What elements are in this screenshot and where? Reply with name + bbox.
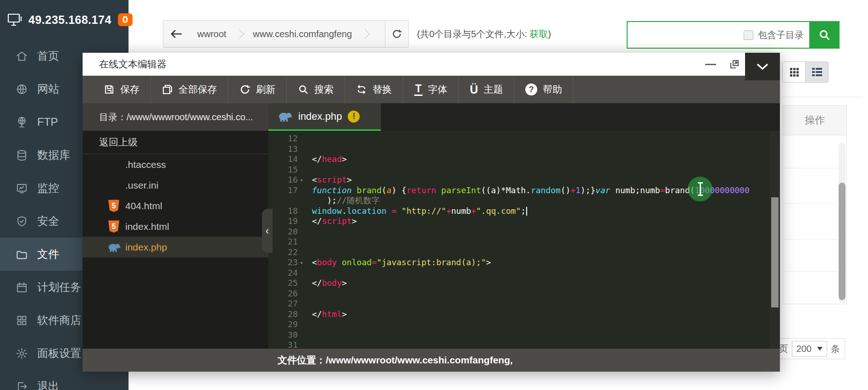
toolbar-button-label: 字体: [428, 83, 447, 96]
minimize-icon: [705, 64, 716, 65]
refresh-directory-button[interactable]: [385, 20, 409, 48]
search-icon: [818, 28, 831, 41]
code-line-24: 24: [268, 268, 780, 279]
list-view-button[interactable]: [805, 62, 828, 82]
code-editor[interactable]: 121314</head>1516▾<script>17function bra…: [268, 131, 780, 349]
php-icon: [108, 242, 121, 252]
directory-summary-text: (共0个目录与5个文件,大小:: [417, 29, 530, 39]
code-line-15: 15: [268, 165, 780, 175]
code-line-13: 13: [268, 144, 780, 155]
code-line-25: 25</body>: [268, 278, 780, 289]
tab-index-php[interactable]: index.php !: [268, 103, 381, 131]
search-button[interactable]: [809, 21, 840, 49]
grid-icon: [16, 314, 28, 327]
notification-badge[interactable]: 0: [118, 13, 133, 26]
replace-button[interactable]: 替换: [345, 76, 403, 103]
file-table: 操作: [783, 105, 847, 304]
back-button[interactable]: [163, 21, 190, 47]
code-line-30: 30: [268, 330, 780, 340]
file-name: 404.html: [125, 201, 162, 212]
panel-collapse-handle[interactable]: ‹: [262, 209, 273, 253]
per-page-select[interactable]: 200: [792, 341, 827, 357]
gear-icon: [16, 347, 28, 360]
replace-icon: [356, 84, 367, 95]
refresh-button[interactable]: 刷新: [228, 76, 287, 103]
toolbar-collapse-button[interactable]: [745, 53, 780, 80]
sidebar-item-label: 数据库: [37, 148, 70, 162]
calendar-icon: [16, 281, 28, 294]
search-input[interactable]: 包含子目录: [627, 21, 810, 49]
shield-icon: [16, 215, 28, 228]
logout-icon: [16, 380, 28, 390]
code-line-16: 16▾<script>: [268, 175, 780, 185]
globe-icon: [16, 83, 28, 95]
code-line-31: 31: [268, 340, 780, 349]
toolbar-button-label: 保存: [120, 83, 139, 96]
get-size-link[interactable]: 获取: [530, 29, 548, 39]
breadcrumb-item-site[interactable]: www.ceshi.comfangfeng: [245, 29, 359, 39]
code-line-21: 21: [268, 237, 780, 247]
maximize-icon: [729, 59, 740, 70]
code-line-22: 22: [268, 247, 780, 258]
font-icon: T: [414, 83, 423, 95]
table-scrollbar[interactable]: [839, 143, 846, 303]
maximize-button[interactable]: [729, 59, 740, 70]
parent-directory-item[interactable]: 返回上级: [83, 131, 268, 154]
code-line-23: 23▾<body onload="javascript:brand(a);">: [268, 257, 780, 268]
file-name: index.html: [125, 221, 169, 232]
include-subdir-checkbox[interactable]: [744, 30, 753, 40]
file-item-.htaccess[interactable]: .htaccess: [83, 154, 268, 175]
php-icon: [278, 111, 292, 122]
code-line-14: 14</head>: [268, 154, 780, 165]
table-row-divider: [783, 168, 846, 168]
editor-scrollbar-thumb[interactable]: [771, 197, 779, 307]
toolbar-button-label: 刷新: [256, 83, 275, 96]
file-item-index.html[interactable]: 5index.html: [83, 216, 268, 237]
breadcrumb-item-wwroot[interactable]: wwroot: [190, 29, 234, 39]
refresh-icon: [239, 84, 250, 95]
file-item-index.php[interactable]: index.php: [83, 237, 268, 257]
sidebar-item-logout[interactable]: 退出: [0, 370, 128, 390]
code-line-wrap: );//随机数字: [268, 195, 780, 206]
file-item-404.html[interactable]: 5404.html: [83, 195, 268, 216]
save-button[interactable]: 保存: [93, 76, 151, 103]
chevron-down-icon: [756, 62, 769, 71]
warning-icon: !: [348, 111, 360, 123]
html5-icon: 5: [108, 200, 119, 212]
sidebar-item-label: 网站: [37, 82, 59, 96]
grid-view-button[interactable]: [783, 62, 805, 82]
file-name: .user.ini: [125, 180, 158, 191]
text-cursor: [526, 207, 527, 216]
file-sidebar: 返回上级 .htaccess.user.ini5404.html5index.h…: [83, 131, 268, 349]
save-all-icon: [162, 84, 173, 95]
editor-scrollbar[interactable]: [770, 131, 780, 349]
sidebar-item-label: FTP: [37, 116, 58, 128]
save-all-button[interactable]: 全部保存: [151, 76, 228, 103]
toolbar-button-label: 搜索: [314, 83, 334, 96]
modal-title: 在线文本编辑器: [83, 53, 780, 76]
toolbar-button-label: 替换: [373, 83, 392, 96]
code-line-12: 12: [268, 134, 780, 144]
page-label: 页: [779, 343, 788, 355]
directory-summary: (共0个目录与5个文件,大小: 获取): [417, 20, 551, 48]
table-scrollbar-thumb[interactable]: [839, 183, 846, 300]
editor-modal: 在线文本编辑器 × 保存全部保存刷新搜索替换T字体Ü主题?帮助 目录：/www/…: [83, 53, 780, 372]
server-header[interactable]: 49.235.168.174 0: [0, 0, 128, 39]
sidebar-item-label: 首页: [37, 49, 59, 63]
theme-button[interactable]: Ü主题: [459, 76, 514, 103]
help-button[interactable]: ?帮助: [514, 76, 573, 103]
save-icon: [104, 84, 115, 95]
sidebar-item-label: 退出: [37, 379, 59, 390]
sidebar-item-label: 计划任务: [37, 280, 81, 295]
search-icon: [298, 84, 309, 95]
select-caret-icon: [817, 347, 823, 351]
chevron-right-icon: [235, 29, 244, 39]
minimize-button[interactable]: [705, 64, 716, 65]
search-button[interactable]: 搜索: [287, 76, 345, 103]
tab-filename: index.php: [298, 111, 342, 123]
section-divider: [782, 97, 863, 97]
html5-icon: 5: [108, 220, 119, 233]
file-name: index.php: [125, 242, 167, 253]
font-button[interactable]: T字体: [403, 76, 459, 103]
file-item-.user.ini[interactable]: .user.ini: [83, 175, 268, 195]
